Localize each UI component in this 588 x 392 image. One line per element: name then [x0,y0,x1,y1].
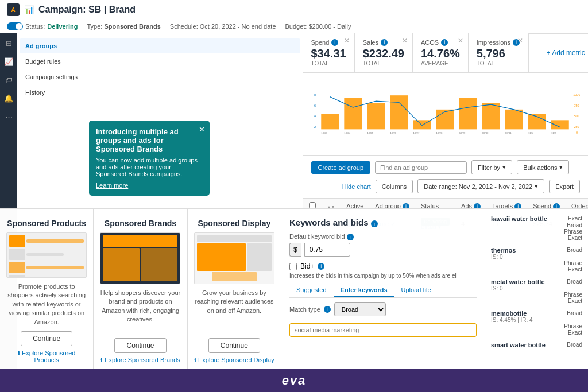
list-item: metal water bottle Broad IS: 0 Phrase Ex… [491,278,582,304]
list-item: smart water bottle Broad [491,341,582,348]
default-bid-info-icon[interactable]: i [347,234,354,240]
date-range-button[interactable]: Date range: Nov 2, 2012 - Nov 2, 2022 ▾ [417,179,544,193]
bid-plus-desc: Increases the bids in this campaign by u… [289,273,477,279]
tab-suggested[interactable]: Suggested [289,284,334,297]
toggle-pill[interactable] [7,22,23,30]
bulk-actions-button[interactable]: Bulk actions ▾ [517,160,569,174]
bid-plus-info-icon[interactable]: i [318,263,324,270]
sb-continue-button[interactable]: Continue [114,338,166,353]
grid-icon[interactable]: ⋯ [3,111,14,122]
sidebar-item-adgroups[interactable]: Ad groups [20,38,300,53]
status-toggle[interactable]: Status: Delivering [7,22,78,30]
svg-text:250: 250 [574,125,579,129]
search-adgroup-input[interactable] [375,161,467,174]
bid-plus-checkbox[interactable] [289,263,297,270]
svg-rect-11 [367,103,385,130]
sidebar-item-settings[interactable]: Campaign settings [20,69,300,84]
hide-chart-button[interactable]: Hide chart [342,183,371,190]
bottom-overlay: Sponsored Products Promote products to s… [0,208,588,369]
sales-info-icon[interactable]: i [381,39,388,46]
svg-text:10/24: 10/24 [344,131,350,134]
dollar-symbol: $ [289,243,301,257]
sd-explore-link[interactable]: ℹ Explore Sponsored Display [194,356,274,363]
svg-text:0: 0 [576,131,578,134]
metric-acos: ACOS i 14.76% AVERAGE ✕ [413,33,469,72]
sponsored-brands-card: Sponsored Brands Help shoppers discover … [94,209,187,369]
campaign-cards: Sponsored Products Promote products to s… [0,209,281,369]
list-item: memobottle Broad IS: 4.45% | IR: 4 Phras… [491,310,582,336]
chart-icon[interactable]: 📈 [3,56,14,67]
export-button[interactable]: Export [549,180,580,193]
spend-close-icon[interactable]: ✕ [344,37,350,45]
spend-info-icon[interactable]: i [331,39,338,46]
chart-area: 8 6 4 2 1000 750 500 250 0 [303,73,589,156]
sp-continue-button[interactable]: Continue [21,331,72,346]
bottom-brand-bar: eva [0,369,588,392]
sidebar-item-budget[interactable]: Budget rules [20,54,300,69]
toolbar-right: Hide chart Columns Date range: Nov 2, 20… [342,179,580,193]
svg-text:11/2: 11/2 [551,131,556,134]
impressions-close-icon[interactable]: ✕ [517,37,523,45]
match-type-select[interactable]: Broad Phrase Exact [334,302,386,316]
svg-rect-18 [528,114,546,129]
tab-upload-file[interactable]: Upload file [394,284,438,297]
filter-button[interactable]: Filter by ▾ [471,160,512,174]
sb-explore-link[interactable]: ℹ Explore Sponsored Brands [100,356,180,363]
home-icon[interactable]: ⊞ [3,38,14,48]
sales-close-icon[interactable]: ✕ [402,37,408,45]
match-type-info-icon[interactable]: i [324,306,331,313]
top-bar: A 📊 Campaign: SB | Brand [0,0,588,20]
acos-info-icon[interactable]: i [441,39,448,46]
keywords-info-icon[interactable]: i [371,220,378,227]
svg-rect-12 [390,95,408,129]
sp-explore-link[interactable]: ℹ Explore Sponsored Products [6,350,87,363]
svg-text:10/27: 10/27 [413,131,419,134]
impressions-sub: TOTAL [477,60,520,67]
tag-icon[interactable]: 🏷 [3,75,14,85]
default-bid-label: Default keyword bid i [289,233,477,240]
default-bid-input[interactable] [304,243,350,257]
svg-rect-10 [344,98,362,129]
keyword-text-input[interactable] [289,323,477,337]
acos-close-icon[interactable]: ✕ [458,37,463,45]
svg-text:10/28: 10/28 [436,131,442,134]
popup-close-icon[interactable]: ✕ [199,125,205,134]
sales-value: $232.49 [363,47,404,60]
metric-impressions: Impressions i 5,796 TOTAL ✕ [469,33,528,72]
kw-name: memobottle [491,310,527,317]
kw-type: Broad [567,341,582,348]
kw-sub: IS: 0 [491,254,582,260]
sd-continue-button[interactable]: Continue [208,338,260,353]
sd-card-desc: Grow your business by reaching relevant … [194,289,275,333]
sd-card-image [194,232,274,284]
kw-sub: IS: 4.45% | IR: 4 [491,317,582,323]
keywords-panel: Keywords and bids i Default keyword bid … [281,209,485,369]
popup-body: You can now add multiple ad groups and a… [96,157,203,177]
kw-type: Broad [567,278,582,285]
columns-button[interactable]: Columns [376,180,413,193]
feature-popup: ✕ Introducing multiple ad groups and ads… [89,121,210,196]
sp-card-title: Sponsored Products [7,219,86,228]
svg-text:10/26: 10/26 [390,131,396,134]
kw-type: Exact [568,215,582,222]
add-metric-button[interactable]: + Add metric [528,33,588,72]
bid-plus-row: Bid+ i [289,262,477,270]
popup-learn-more-link[interactable]: Learn more [96,182,203,189]
sb-card-desc: Help shoppers discover your brand and pr… [99,289,181,333]
svg-text:10/23: 10/23 [321,131,327,134]
bell-icon[interactable]: 🔔 [3,93,14,103]
sponsored-products-card: Sponsored Products Promote products to s… [0,209,94,369]
tab-enter-keywords[interactable]: Enter keywords [334,284,394,297]
svg-rect-15 [459,98,477,129]
svg-text:11/1: 11/1 [528,131,533,134]
sidebar-item-history[interactable]: History [20,85,300,100]
svg-text:10/29: 10/29 [459,131,465,134]
svg-text:2: 2 [314,125,315,129]
spend-value: $34.31 [311,47,346,60]
sales-label: Sales i [363,39,404,46]
create-adgroup-button[interactable]: Create ad group [311,161,371,174]
default-bid-input-row: $ [289,243,477,257]
sp-card-desc: Promote products to shoppers actively se… [6,282,87,327]
status-bar: Status: Delivering Type: Sponsored Brand… [0,20,588,33]
svg-text:6: 6 [314,104,315,107]
